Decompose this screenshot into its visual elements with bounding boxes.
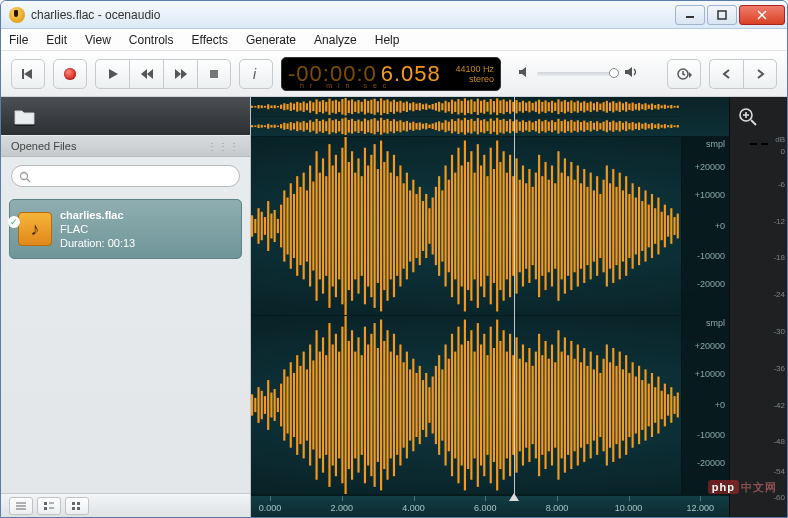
main-area: Opened Files ⋮⋮⋮ ✓ ♪ charlies.flac FLAC … (1, 97, 787, 517)
svg-rect-24 (44, 507, 47, 510)
svg-line-167 (751, 120, 756, 125)
record-icon (64, 68, 76, 80)
svg-text:i: i (253, 67, 257, 81)
waveform-pane: smpl +20000 +10000 +0 -10000 -20000 smpl (251, 97, 787, 517)
svg-rect-27 (77, 502, 80, 505)
svg-rect-11 (210, 70, 218, 78)
view-grid-button[interactable] (65, 497, 89, 515)
file-name: charlies.flac (60, 208, 135, 222)
transport-group (95, 59, 231, 89)
music-note-icon: ♪ (18, 212, 52, 246)
file-format: FLAC (60, 222, 135, 236)
svg-marker-10 (181, 69, 187, 79)
file-duration: Duration: 00:13 (60, 236, 135, 250)
volume-slider[interactable] (537, 72, 617, 76)
check-icon: ✓ (8, 216, 20, 228)
svg-line-18 (27, 179, 30, 182)
zoom-in-button[interactable] (730, 97, 787, 137)
view-detail-button[interactable] (37, 497, 61, 515)
menubar: File Edit View Controls Effects Generate… (1, 29, 787, 51)
overview-waveform[interactable] (251, 97, 729, 137)
amplitude-ruler-left: smpl +20000 +10000 +0 -10000 -20000 (681, 137, 729, 315)
speaker-high-icon (623, 65, 639, 83)
play-button[interactable] (95, 59, 129, 89)
search-input[interactable] (11, 165, 240, 187)
volume-thumb[interactable] (609, 68, 619, 78)
time-meta: 44100 Hz stereo (455, 64, 494, 84)
maximize-button[interactable] (707, 5, 737, 25)
search-wrap (1, 157, 250, 195)
stop-button[interactable] (197, 59, 231, 89)
sidebar-footer (1, 493, 250, 517)
meter-scale: dB 0 -6 -12 -18 -24 -30 -36 -42 -48 -54 … (767, 143, 785, 511)
window-title: charlies.flac - ocenaudio (31, 8, 675, 22)
fastforward-button[interactable] (163, 59, 197, 89)
time-display[interactable]: -00:00:0 6.058 hr min sec 44100 Hz stere… (281, 57, 501, 91)
time-units: hr min sec (300, 82, 392, 89)
volume-control (517, 65, 639, 83)
minimize-button[interactable] (675, 5, 705, 25)
svg-marker-7 (141, 69, 147, 79)
search-icon (19, 169, 31, 187)
meter-left (750, 143, 757, 145)
svg-rect-22 (44, 502, 47, 505)
svg-rect-26 (72, 502, 75, 505)
meter-pane: dB 0 -6 -12 -18 -24 -30 -36 -42 -48 -54 … (729, 97, 787, 517)
channel-mode: stereo (455, 74, 494, 84)
menu-analyze[interactable]: Analyze (314, 33, 357, 47)
nav-forward-button[interactable] (743, 59, 777, 89)
time-ruler[interactable]: 0.000 2.000 4.000 6.000 8.000 10.000 12.… (251, 495, 729, 517)
menu-view[interactable]: View (85, 33, 111, 47)
svg-rect-28 (72, 507, 75, 510)
sidebar-header: Opened Files ⋮⋮⋮ (1, 135, 250, 157)
svg-point-17 (21, 173, 28, 180)
sidebar-title: Opened Files (11, 140, 76, 152)
menu-edit[interactable]: Edit (46, 33, 67, 47)
ruler-unit: smpl (706, 139, 725, 149)
view-list-button[interactable] (9, 497, 33, 515)
svg-marker-6 (109, 69, 118, 79)
record-button[interactable] (53, 59, 87, 89)
svg-marker-14 (625, 67, 632, 77)
amplitude-ruler-right: smpl +20000 +10000 +0 -10000 -20000 (681, 316, 729, 494)
app-icon (9, 7, 25, 23)
svg-marker-5 (24, 69, 32, 79)
close-button[interactable] (739, 5, 785, 25)
svg-rect-29 (77, 507, 80, 510)
svg-rect-4 (22, 69, 24, 79)
menu-effects[interactable]: Effects (192, 33, 228, 47)
sidebar-top (1, 97, 250, 135)
menu-generate[interactable]: Generate (246, 33, 296, 47)
svg-rect-1 (718, 11, 726, 19)
history-button[interactable] (667, 59, 701, 89)
file-meta: charlies.flac FLAC Duration: 00:13 (60, 208, 135, 250)
svg-marker-8 (147, 69, 153, 79)
nav-group (709, 59, 777, 89)
titlebar[interactable]: charlies.flac - ocenaudio (1, 1, 787, 29)
goto-start-button[interactable] (11, 59, 45, 89)
menu-help[interactable]: Help (375, 33, 400, 47)
svg-marker-16 (689, 72, 692, 78)
playhead[interactable] (514, 97, 515, 495)
ruler-unit: smpl (706, 318, 725, 328)
file-item[interactable]: ✓ ♪ charlies.flac FLAC Duration: 00:13 (9, 199, 242, 259)
nav-back-button[interactable] (709, 59, 743, 89)
channel-left[interactable]: smpl +20000 +10000 +0 -10000 -20000 (251, 137, 729, 316)
menu-controls[interactable]: Controls (129, 33, 174, 47)
svg-marker-9 (175, 69, 181, 79)
sidebar: Opened Files ⋮⋮⋮ ✓ ♪ charlies.flac FLAC … (1, 97, 251, 517)
waveform-stack: smpl +20000 +10000 +0 -10000 -20000 smpl (251, 97, 729, 517)
sample-rate: 44100 Hz (455, 64, 494, 74)
toolbar: i -00:00:0 6.058 hr min sec 44100 Hz ste… (1, 51, 787, 97)
channel-right[interactable]: smpl +20000 +10000 +0 -10000 -20000 (251, 316, 729, 495)
menu-file[interactable]: File (9, 33, 28, 47)
app-window: charlies.flac - ocenaudio File Edit View… (0, 0, 788, 518)
rewind-button[interactable] (129, 59, 163, 89)
sidebar-grip-icon[interactable]: ⋮⋮⋮ (207, 141, 240, 152)
db-label: dB (775, 135, 785, 144)
speaker-low-icon (517, 65, 531, 83)
folder-icon (13, 106, 37, 126)
file-list: ✓ ♪ charlies.flac FLAC Duration: 00:13 (1, 195, 250, 493)
info-button[interactable]: i (239, 59, 273, 89)
svg-marker-13 (519, 67, 526, 77)
